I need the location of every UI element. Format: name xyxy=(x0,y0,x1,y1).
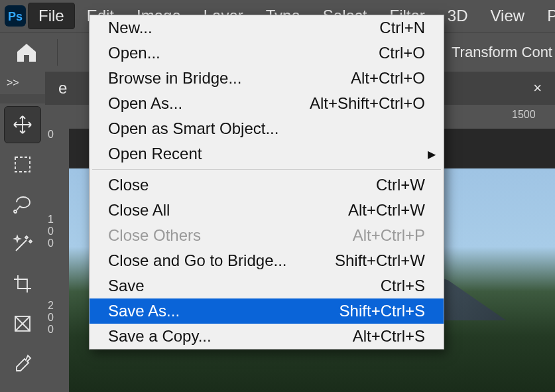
eyedropper-icon xyxy=(12,353,33,374)
move-icon xyxy=(12,114,33,135)
svg-text:Ps: Ps xyxy=(8,10,23,23)
menu-item-open-smart-object[interactable]: Open as Smart Object... xyxy=(90,116,444,141)
crop-tool[interactable] xyxy=(4,265,41,302)
menu-item-close-others: Close OthersAlt+Ctrl+P xyxy=(90,223,444,248)
menu-separator xyxy=(92,169,441,170)
ruler-tick: 0 xyxy=(48,129,54,141)
ruler-corner xyxy=(0,94,45,103)
ruler-tick: 1500 xyxy=(512,109,536,121)
menu-item-save[interactable]: SaveCtrl+S xyxy=(90,273,444,298)
crop-icon xyxy=(12,273,33,294)
ruler-tick: 200 xyxy=(48,300,54,336)
home-icon xyxy=(15,40,38,64)
ruler-vertical[interactable]: 0 100 200 xyxy=(45,129,69,392)
lasso-icon xyxy=(12,194,33,215)
file-dropdown-menu: New...Ctrl+N Open...Ctrl+O Browse in Bri… xyxy=(89,15,444,350)
move-tool[interactable] xyxy=(4,106,41,143)
menu-item-open-as[interactable]: Open As...Alt+Shift+Ctrl+O xyxy=(90,91,444,116)
menu-item-save-as[interactable]: Save As...Shift+Ctrl+S xyxy=(90,298,444,324)
close-icon[interactable]: × xyxy=(533,80,542,97)
wand-icon xyxy=(12,233,33,255)
menu-view[interactable]: View xyxy=(480,3,536,29)
show-transform-controls-label: Transform Cont xyxy=(452,44,555,61)
eyedropper-tool[interactable] xyxy=(4,345,41,382)
menu-item-save-copy[interactable]: Save a Copy...Alt+Ctrl+S xyxy=(90,324,444,349)
frame-icon xyxy=(12,313,33,334)
menu-item-open[interactable]: Open...Ctrl+O xyxy=(90,40,444,66)
toolbar-expand-toggle[interactable]: >> xyxy=(0,72,45,94)
menu-item-open-recent[interactable]: Open Recent▶ xyxy=(90,141,444,166)
home-button[interactable] xyxy=(12,38,41,67)
marquee-icon xyxy=(12,154,33,175)
menu-item-close-all[interactable]: Close AllAlt+Ctrl+W xyxy=(90,198,444,223)
menu-item-new[interactable]: New...Ctrl+N xyxy=(90,15,444,40)
wand-tool[interactable] xyxy=(4,226,41,263)
menu-item-close[interactable]: CloseCtrl+W xyxy=(90,172,444,198)
svg-point-3 xyxy=(14,210,17,213)
menu-file[interactable]: File xyxy=(28,3,75,29)
menu-item-browse-bridge[interactable]: Browse in Bridge...Alt+Ctrl+O xyxy=(90,66,444,91)
submenu-arrow-icon: ▶ xyxy=(428,148,436,161)
ruler-tick: 100 xyxy=(48,214,54,249)
tools-panel: >> xyxy=(0,72,45,392)
frame-tool[interactable] xyxy=(4,305,41,342)
svg-rect-2 xyxy=(15,157,30,172)
photoshop-logo-icon: Ps xyxy=(4,3,27,29)
marquee-tool[interactable] xyxy=(4,146,41,183)
lasso-tool[interactable] xyxy=(4,186,41,223)
menu-plugins-partial[interactable]: P xyxy=(536,3,555,29)
options-divider xyxy=(57,39,58,66)
menu-item-close-go-bridge[interactable]: Close and Go to Bridge...Shift+Ctrl+W xyxy=(90,248,444,273)
document-tab[interactable]: e xyxy=(58,79,67,98)
